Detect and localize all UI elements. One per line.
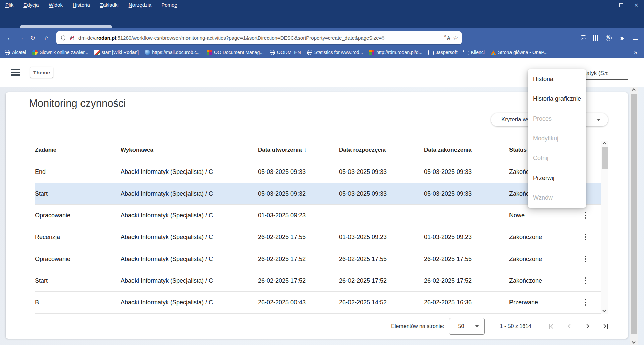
- context-menu-item[interactable]: Cofnij: [528, 148, 586, 168]
- cell-task: Start: [35, 190, 121, 197]
- table-row[interactable]: End Abacki Informatyk (Specjalista) / C …: [35, 161, 601, 183]
- scroll-up-icon[interactable]: [602, 142, 606, 146]
- forward-button[interactable]: →: [15, 34, 27, 42]
- page-scroll-up-icon[interactable]: [632, 88, 635, 92]
- bookmark-item[interactable]: https://mail.docurob.c...: [145, 50, 201, 55]
- back-button[interactable]: ←: [4, 34, 15, 42]
- home-button[interactable]: ⌂: [41, 34, 52, 42]
- bookmark-favicon: [464, 51, 469, 55]
- first-page-button[interactable]: [549, 323, 556, 330]
- context-menu-item[interactable]: Proces: [528, 109, 586, 129]
- context-menu-item[interactable]: Przerwij: [528, 168, 586, 188]
- cell-status: Zakończone: [509, 256, 570, 263]
- bookmark-favicon: [369, 50, 374, 55]
- table-body: End Abacki Informatyk (Specjalista) / C …: [35, 161, 601, 314]
- bookmark-favicon: [207, 50, 212, 55]
- bookmark-item[interactable]: Klienci: [464, 50, 485, 55]
- bookmark-label: https://mail.docurob.c...: [152, 50, 201, 55]
- minimize-button[interactable]: [598, 0, 613, 10]
- context-menu-item[interactable]: Historia graficznie: [528, 89, 586, 109]
- page-size-select[interactable]: 50: [449, 318, 485, 335]
- cell-started: 05-03-2025 09:33: [339, 168, 424, 176]
- last-page-button[interactable]: [601, 323, 608, 330]
- menubar-item[interactable]: Widok: [47, 1, 65, 8]
- bookmark-item[interactable]: Statistics for www.rod...: [307, 50, 363, 55]
- column-header[interactable]: Data zakończenia↓: [424, 147, 509, 153]
- url-path: :51280/workflow-csr/browser/monitoring-a…: [116, 35, 382, 41]
- cell-status: Zakończone: [509, 277, 570, 284]
- table-scrollbar-thumb[interactable]: [602, 147, 608, 169]
- table-row[interactable]: Opracowanie Abacki Informatyk (Specjalis…: [35, 248, 601, 270]
- context-menu-item[interactable]: Historia: [528, 69, 586, 89]
- translate-icon[interactable]: A: [444, 35, 450, 41]
- cell-started: 26-02-2025 14:52: [339, 299, 424, 306]
- restore-icon: [619, 3, 623, 7]
- table-row[interactable]: B Abacki Informatyk (Specjalista) / C 26…: [35, 292, 601, 314]
- page-scrollbar-thumb[interactable]: [631, 94, 637, 334]
- bookmark-favicon: [32, 50, 38, 55]
- bookmark-star-icon[interactable]: ☆: [453, 34, 458, 41]
- menubar-item[interactable]: Pomoc: [159, 1, 179, 8]
- page-size-value: 50: [458, 323, 475, 329]
- menubar-item[interactable]: Narzędzia: [127, 1, 154, 8]
- cell-finished: 05-03-2025 09:33: [424, 168, 509, 176]
- context-menu-item[interactable]: Modyfikuj: [528, 129, 586, 148]
- page-scrollbar[interactable]: [630, 87, 638, 345]
- extensions-puzzle-icon[interactable]: [619, 35, 625, 41]
- row-actions-kebab-icon[interactable]: [583, 232, 589, 243]
- table-row[interactable]: Start Abacki Informatyk (Specjalista) / …: [35, 270, 601, 292]
- browser-menubar: Plik Edycja Widok Historia Zakładki Narz…: [3, 0, 179, 9]
- table-scrollbar[interactable]: [601, 141, 608, 314]
- bookmark-favicon: [270, 50, 275, 55]
- bookmark-item[interactable]: Alcatel: [5, 50, 26, 55]
- column-header[interactable]: Data rozpoczęcia↓: [339, 147, 424, 153]
- context-menu-item[interactable]: Wznów: [528, 188, 586, 208]
- table-row[interactable]: Opracowanie Abacki Informatyk (Specjalis…: [35, 205, 601, 226]
- table-row[interactable]: Start Abacki Informatyk (Specjalista) / …: [35, 183, 601, 205]
- column-header[interactable]: Wykonawca↓: [121, 147, 258, 153]
- wikipedia-extension-icon[interactable]: W: [606, 35, 612, 41]
- reload-button[interactable]: ↻: [27, 34, 38, 42]
- toolbar-right-icons: W: [581, 35, 638, 41]
- column-header[interactable]: Zadanie↓: [35, 147, 121, 153]
- menubar-item[interactable]: Edycja: [21, 1, 41, 8]
- bookmark-item[interactable]: http://rdm.rodan.pl/d...: [369, 50, 422, 55]
- table-row[interactable]: Recenzja Abacki Informatyk (Specjalista)…: [35, 226, 601, 248]
- bookmark-item[interactable]: Strona główna - OneP...: [491, 50, 548, 55]
- close-icon: ×: [634, 2, 638, 8]
- theme-button[interactable]: Theme: [30, 67, 53, 78]
- cell-created: 26-02-2025 17:55: [258, 234, 339, 241]
- next-page-button[interactable]: [584, 323, 591, 330]
- column-header[interactable]: Data utworzenia↓: [258, 147, 339, 153]
- menubar-item[interactable]: Plik: [3, 1, 15, 8]
- restore-button[interactable]: [613, 0, 629, 10]
- bookmarks-overflow-chevron[interactable]: »: [634, 49, 639, 56]
- bookmark-item[interactable]: OO Document Manag...: [207, 50, 264, 55]
- close-button[interactable]: ×: [629, 0, 644, 10]
- library-icon[interactable]: [593, 35, 598, 41]
- tracking-protection-shield-icon[interactable]: [60, 35, 66, 41]
- bookmark-item[interactable]: start [Wiki Rodan]: [94, 50, 139, 55]
- scroll-down-icon[interactable]: [602, 308, 606, 312]
- url-bar[interactable]: dm-dev.rodan.pl:51280/workflow-csr/brows…: [56, 31, 462, 44]
- row-actions-kebab-icon[interactable]: [583, 254, 589, 265]
- row-actions-kebab-icon[interactable]: [583, 297, 589, 308]
- previous-page-button[interactable]: [566, 323, 574, 330]
- app-menu-icon[interactable]: [633, 36, 638, 40]
- navigation-toolbar: ← → ↻ ⌂ dm-dev.rodan.pl:51280/workflow-c…: [0, 28, 644, 47]
- bookmark-favicon: [94, 50, 100, 55]
- menubar-item[interactable]: Zakładki: [98, 1, 121, 8]
- insecure-lock-icon[interactable]: [69, 35, 75, 41]
- paginator-range: 1 - 50 z 1614: [500, 323, 531, 329]
- row-actions-kebab-icon[interactable]: [583, 210, 589, 221]
- sidenav-hamburger-icon[interactable]: [11, 69, 20, 76]
- menubar-item[interactable]: Historia: [71, 1, 92, 8]
- bookmark-item[interactable]: Jaspersoft: [428, 50, 458, 55]
- bookmark-item[interactable]: Słownik online zawier...: [32, 50, 88, 55]
- bookmark-item[interactable]: OODM_EN: [270, 50, 301, 55]
- page-scroll-down-icon[interactable]: [632, 340, 635, 343]
- cell-created: 05-03-2025 09:32: [258, 190, 339, 197]
- row-actions-kebab-icon[interactable]: [583, 275, 589, 286]
- pocket-icon[interactable]: [581, 35, 586, 40]
- cell-executor: Abacki Informatyk (Specjalista) / C: [121, 212, 258, 219]
